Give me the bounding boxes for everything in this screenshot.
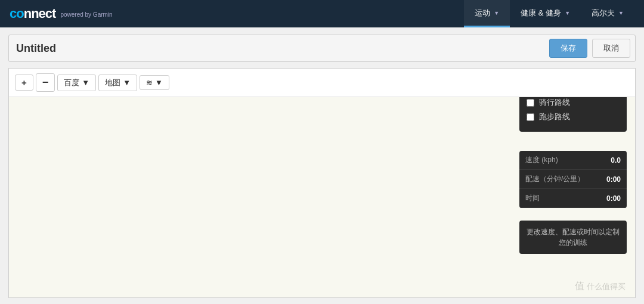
nav-arrow-sports: ▼ [494, 10, 499, 16]
cycling-route-row: 骑行路线 [527, 97, 620, 108]
map-area: + − 百度 ▼ 地图 ▼ ≋ ▼ 公里标志 [8, 68, 636, 298]
stat-value-pace: 0:00 [606, 175, 621, 184]
nav-item-health[interactable]: 健康 & 健身 ▼ [510, 0, 581, 27]
title-bar: 保存 取消 [8, 35, 636, 62]
map-source-label: 百度 [64, 77, 79, 88]
nav-label-health: 健康 & 健身 [521, 8, 561, 18]
running-route-checkbox[interactable] [527, 113, 534, 121]
stat-row-speed: 速度 (kph) 0.0 [519, 151, 627, 170]
nav-item-sports[interactable]: 运动 ▼ [464, 0, 510, 27]
stat-row-pace: 配速（分钟/公里） 0:00 [519, 170, 627, 189]
stats-panel: 速度 (kph) 0.0 配速（分钟/公里） 0:00 时间 0:00 [519, 151, 627, 208]
nav-items: 运动 ▼ 健康 & 健身 ▼ 高尔夫 ▼ [464, 0, 634, 27]
map-type-button[interactable]: 地图 ▼ [98, 75, 137, 91]
layers-icon: ≋ [146, 78, 153, 87]
hint-panel: 更改速度、配速或时间以定制您的训练 [519, 221, 627, 254]
nav-arrow-golf: ▼ [618, 10, 624, 16]
hint-text: 更改速度、配速或时间以定制您的训练 [527, 228, 620, 247]
zoom-in-button[interactable]: + [15, 75, 33, 91]
save-button[interactable]: 保存 [549, 39, 587, 58]
nav-item-golf[interactable]: 高尔夫 ▼ [581, 0, 634, 27]
map-type-label: 地图 [105, 77, 120, 88]
cycling-route-label: 骑行路线 [539, 97, 570, 108]
layers-button[interactable]: ≋ ▼ [140, 75, 169, 90]
title-input[interactable] [14, 41, 544, 56]
watermark-symbol: 值 [575, 280, 584, 293]
nav-label-sports: 运动 [475, 8, 490, 18]
nav-arrow-health: ▼ [565, 10, 570, 16]
stat-label-speed: 速度 (kph) [525, 155, 558, 165]
watermark: 值 什么值得买 [575, 280, 626, 293]
powered-by-label: powered by Garmin [60, 11, 112, 18]
zoom-out-button[interactable]: − [36, 73, 55, 92]
map-toolbar: + − 百度 ▼ 地图 ▼ ≋ ▼ [9, 69, 635, 97]
header: connect powered by Garmin 运动 ▼ 健康 & 健身 ▼… [0, 0, 644, 27]
layers-arrow: ▼ [155, 78, 163, 87]
nav-label-golf: 高尔夫 [592, 8, 615, 18]
map-source-button[interactable]: 百度 ▼ [57, 75, 96, 91]
map-source-arrow: ▼ [82, 78, 89, 87]
stat-label-time: 时间 [525, 193, 540, 203]
logo: connect [10, 6, 55, 21]
cycling-route-checkbox[interactable] [527, 99, 534, 107]
stat-label-pace: 配速（分钟/公里） [525, 174, 584, 184]
stat-row-time: 时间 0:00 [519, 189, 627, 208]
map-type-arrow: ▼ [123, 78, 131, 87]
cancel-button[interactable]: 取消 [592, 39, 630, 58]
content-area: 保存 取消 + − 百度 ▼ 地图 ▼ ≋ ▼ [0, 27, 644, 304]
watermark-text: 什么值得买 [587, 281, 626, 292]
logo-area: connect powered by Garmin [10, 6, 113, 21]
running-route-row: 跑步路线 [527, 111, 620, 122]
stat-value-time: 0:00 [606, 194, 621, 203]
stat-value-speed: 0.0 [611, 156, 621, 165]
running-route-label: 跑步路线 [539, 111, 570, 122]
